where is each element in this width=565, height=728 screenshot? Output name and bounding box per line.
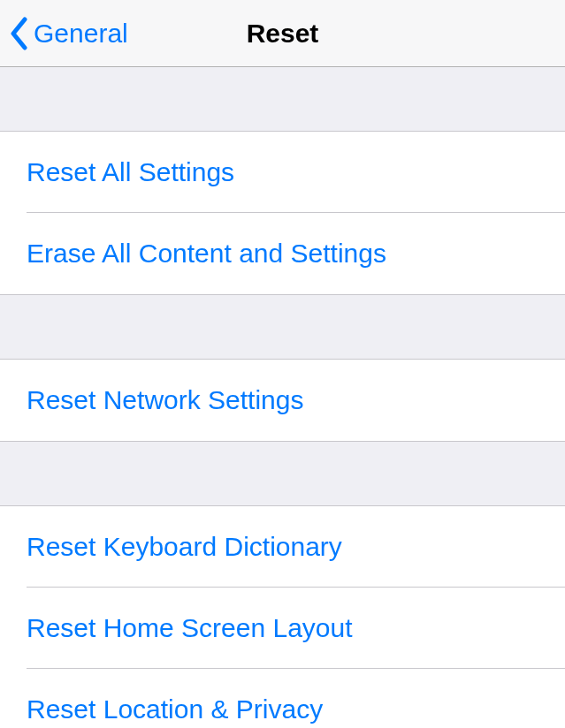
row-label: Erase All Content and Settings xyxy=(27,239,386,269)
back-button[interactable]: General xyxy=(9,17,128,50)
reset-location-privacy-button[interactable]: Reset Location & Privacy xyxy=(0,669,565,728)
section-3: Reset Keyboard Dictionary Reset Home Scr… xyxy=(0,505,565,728)
navigation-bar: General Reset xyxy=(0,0,565,67)
reset-home-screen-button[interactable]: Reset Home Screen Layout xyxy=(0,588,565,669)
back-label: General xyxy=(34,19,128,49)
section-1: Reset All Settings Erase All Content and… xyxy=(0,131,565,295)
row-label: Reset Location & Privacy xyxy=(27,694,323,724)
section-spacer xyxy=(0,442,565,505)
row-label: Reset Keyboard Dictionary xyxy=(27,532,342,562)
reset-all-settings-button[interactable]: Reset All Settings xyxy=(0,132,565,213)
row-label: Reset Network Settings xyxy=(27,385,303,415)
reset-network-settings-button[interactable]: Reset Network Settings xyxy=(0,360,565,441)
section-2: Reset Network Settings xyxy=(0,359,565,442)
chevron-left-icon xyxy=(9,17,28,50)
section-spacer xyxy=(0,295,565,359)
reset-keyboard-dictionary-button[interactable]: Reset Keyboard Dictionary xyxy=(0,506,565,588)
erase-all-content-button[interactable]: Erase All Content and Settings xyxy=(0,213,565,294)
row-label: Reset All Settings xyxy=(27,157,234,187)
section-spacer xyxy=(0,67,565,131)
row-label: Reset Home Screen Layout xyxy=(27,613,353,643)
page-title: Reset xyxy=(247,19,319,49)
